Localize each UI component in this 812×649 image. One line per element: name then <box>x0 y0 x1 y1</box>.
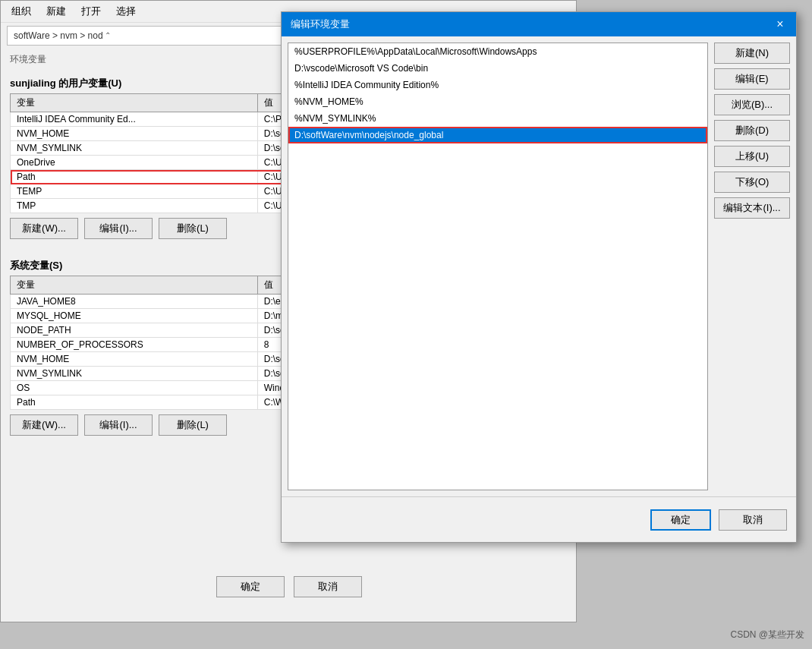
dialog-list-item[interactable]: D:\vscode\Microsoft VS Code\bin <box>288 60 707 77</box>
dialog-bottom: 确定 取消 <box>282 496 796 542</box>
delete-user-var-button[interactable]: 删除(L) <box>159 218 227 239</box>
user-var-name: OneDrive <box>11 156 258 170</box>
user-vars-col-var: 变量 <box>11 94 258 112</box>
menu-item-open[interactable]: 打开 <box>74 2 109 20</box>
dialog-cancel-button[interactable]: 取消 <box>719 509 787 531</box>
dialog-right-buttons: 新建(N)编辑(E)浏览(B)...删除(D)上移(U)下移(O)编辑文本(I)… <box>714 43 790 490</box>
new-user-var-button[interactable]: 新建(W)... <box>10 218 78 239</box>
dialog-list-item[interactable]: %NVM_HOME% <box>288 93 707 110</box>
menu-item-new[interactable]: 新建 <box>39 2 74 20</box>
delete-sys-var-button[interactable]: 删除(L) <box>159 414 227 436</box>
dialog-list-item[interactable]: %NVM_SYMLINK% <box>288 110 707 127</box>
dialog-right-button[interactable]: 删除(D) <box>714 120 790 141</box>
dialog-close-button[interactable]: × <box>770 16 790 33</box>
watermark: CSDN @某些开发 <box>730 629 804 641</box>
dialog-right-button[interactable]: 上移(U) <box>714 146 790 167</box>
edit-env-var-dialog: 编辑环境变量 × %USERPROFILE%\AppData\Local\Mic… <box>281 11 797 543</box>
bg-ok-button[interactable]: 确定 <box>216 576 285 597</box>
user-var-name: TMP <box>11 199 258 213</box>
user-var-name: Path <box>11 170 258 184</box>
sys-var-name: NUMBER_OF_PROCESSORS <box>11 338 258 352</box>
sys-var-name: NODE_PATH <box>11 323 258 338</box>
sys-var-name: OS <box>11 381 258 395</box>
menu-item-organize[interactable]: 组织 <box>4 2 39 20</box>
dialog-right-button[interactable]: 新建(N) <box>714 43 790 64</box>
dialog-list: %USERPROFILE%\AppData\Local\Microsoft\Wi… <box>288 43 708 490</box>
sys-var-name: MYSQL_HOME <box>11 309 258 323</box>
user-var-name: NVM_SYMLINK <box>11 141 258 156</box>
user-var-name: IntelliJ IDEA Community Ed... <box>11 112 258 127</box>
menu-item-select[interactable]: 选择 <box>109 2 143 20</box>
edit-sys-var-button[interactable]: 编辑(I)... <box>84 414 153 436</box>
dialog-title: 编辑环境变量 <box>291 17 350 31</box>
dialog-list-item[interactable]: %USERPROFILE%\AppData\Local\Microsoft\Wi… <box>288 43 707 60</box>
sys-var-name: NVM_HOME <box>11 352 258 367</box>
edit-user-var-button[interactable]: 编辑(I)... <box>84 218 153 239</box>
new-sys-var-button[interactable]: 新建(W)... <box>10 414 78 436</box>
user-var-name: NVM_HOME <box>11 127 258 141</box>
bg-cancel-button[interactable]: 取消 <box>294 576 362 597</box>
dialog-ok-button[interactable]: 确定 <box>650 509 711 531</box>
dialog-body: %USERPROFILE%\AppData\Local\Microsoft\Wi… <box>282 36 796 496</box>
dialog-titlebar: 编辑环境变量 × <box>282 12 796 36</box>
sys-var-name: Path <box>11 395 258 410</box>
dialog-list-item[interactable]: D:\softWare\nvm\nodejs\node_global <box>288 127 707 143</box>
chevron-up-icon[interactable]: ⌃ <box>103 31 112 40</box>
sys-var-name: NVM_SYMLINK <box>11 367 258 381</box>
dialog-right-button[interactable]: 下移(O) <box>714 172 790 193</box>
dialog-right-button[interactable]: 浏览(B)... <box>714 94 790 115</box>
breadcrumb-text: softWare > nvm > nod <box>14 30 103 41</box>
bg-bottom-buttons: 确定 取消 <box>1 567 578 606</box>
sys-vars-col-var: 变量 <box>11 276 258 295</box>
user-var-name: TEMP <box>11 184 258 199</box>
dialog-right-button[interactable]: 编辑(E) <box>714 68 790 90</box>
dialog-list-item[interactable]: %IntelliJ IDEA Community Edition% <box>288 77 707 93</box>
dialog-right-button[interactable]: 编辑文本(I)... <box>714 197 790 219</box>
sys-var-name: JAVA_HOME8 <box>11 295 258 309</box>
